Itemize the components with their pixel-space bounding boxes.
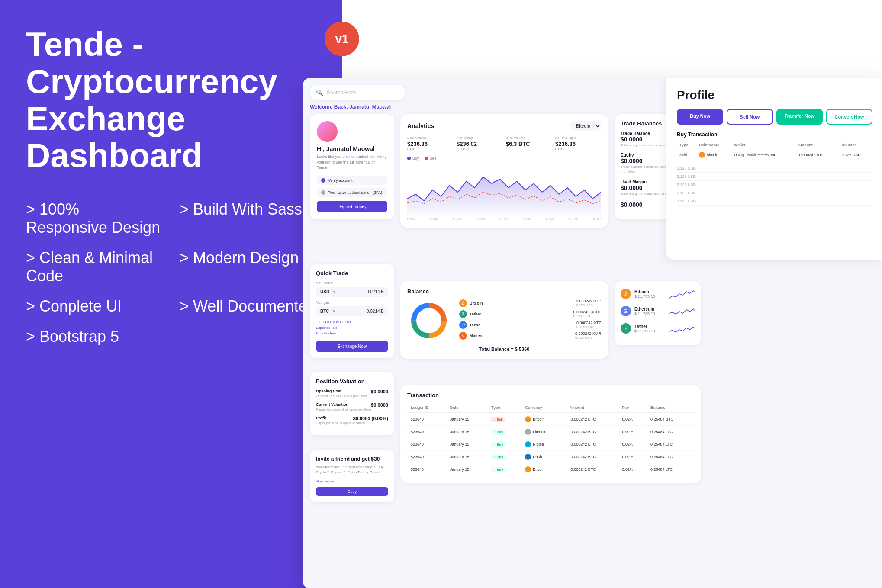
- monero-usd: 0.125 USD: [575, 336, 601, 340]
- table-row: 523640 January 15 ↓ Sell Bitcoin -0.0002…: [407, 413, 694, 426]
- fee: 0.02%: [618, 426, 647, 438]
- table-row: 523640 January 15 ↑ Buy Bitcoin -0.00024…: [407, 463, 694, 476]
- current-valuation-row: Current Valuation $0.0000 Paper valuatio…: [316, 402, 388, 411]
- col-ledger: Ledger ID: [407, 403, 447, 413]
- crypto-ethereum-info: Ethereum $ 11,785.10: [634, 307, 655, 316]
- get-currency[interactable]: BTC: [320, 309, 329, 314]
- stat-label-1: Marketcap: [457, 136, 502, 140]
- tether-mini-chart: [669, 322, 695, 335]
- row-amount: 3.125 USD: [677, 183, 696, 187]
- coin-selector[interactable]: Bitcoin: [571, 121, 601, 131]
- chart-date-1: 23 Nov: [429, 218, 438, 221]
- ledger-id: 523640: [407, 438, 447, 451]
- verify-account-btn[interactable]: Verify account: [317, 176, 387, 185]
- search-bar[interactable]: 🔍 Search Here: [310, 85, 405, 100]
- transaction-table: Ledger ID Date Type Currency Amount Fee …: [407, 403, 694, 476]
- balance: 0.25484 BTC: [647, 413, 694, 426]
- quick-trade-panel: Quick Trade You Send USD ▼ 0.0214 B You …: [310, 264, 394, 358]
- tether-icon: ₮: [459, 310, 467, 318]
- ledger-id: 523640: [407, 463, 447, 476]
- send-input[interactable]: USD ▼ 0.0214 B: [316, 287, 388, 297]
- search-placeholder: Search Here: [327, 90, 356, 96]
- tezos-usd: 0.125 USD: [576, 325, 601, 329]
- analytics-header: Analytics Bitcoin: [407, 121, 601, 131]
- exchange-info: 1 USD = 0.000088 BTC Expected rate No ex…: [316, 320, 388, 336]
- crypto-tether-icon: ₮: [621, 323, 631, 334]
- copy-btn[interactable]: Copy: [316, 487, 388, 496]
- search-icon: 🔍: [316, 89, 323, 96]
- donut-area: ₿ Bitcoin 0.000242 BTC 0.125 USD ₮ Tethe…: [407, 299, 601, 342]
- welcome-text: Welcome Back, Jannatul Maowal: [310, 104, 391, 110]
- sell-label: Sell: [430, 156, 436, 161]
- transfer-now-btn[interactable]: Transfer Now: [776, 109, 823, 125]
- table-row: 523640 January 15 ↑ Buy Dash -0.000242 B…: [407, 451, 694, 463]
- sell-now-btn[interactable]: Sell Now: [727, 109, 773, 125]
- chart-date-7: 11 Dec: [568, 218, 578, 221]
- feature-item: > Conplete UI: [26, 297, 162, 315]
- tezos-icon: Tz: [459, 321, 467, 329]
- fee: 0.02%: [618, 463, 647, 476]
- buy-now-btn[interactable]: Buy Now: [677, 109, 723, 125]
- stat-value-1: $236.02: [457, 141, 502, 147]
- chart-date-8: 14 Dec: [592, 218, 601, 221]
- profile-row-3: 3.125 USD: [677, 181, 872, 189]
- dash-icon: [525, 454, 531, 460]
- bitcoin-usd: 0.125 USD: [576, 303, 601, 307]
- stat-item-2: 24hr Volume $6.3 BTC: [506, 136, 552, 151]
- crypto-tether-name: Tether: [634, 324, 655, 329]
- crypto-ethereum-row: Ξ Ethereum $ 11,785.10: [621, 305, 695, 318]
- type: ↑ Buy: [488, 463, 521, 476]
- crypto-ethereum-price: $ 11,785.10: [634, 312, 655, 316]
- buy-toggle: Buy: [407, 156, 419, 161]
- amount: -0.000242 BTC: [566, 463, 619, 476]
- tether-amount: 0.000242 USDT: [573, 310, 601, 314]
- date: January 15: [447, 413, 488, 426]
- current-val-val: $0.0000: [371, 402, 388, 408]
- row-amount: 3.125 USD: [677, 166, 696, 170]
- legend-bitcoin-left: ₿ Bitcoin: [459, 299, 483, 307]
- buy-transaction-label: Buy Transaction: [677, 132, 872, 138]
- stat-value-3: $236.36: [555, 141, 601, 147]
- monero-icon: M: [459, 332, 467, 340]
- balance: 0.25484 LTC: [647, 438, 694, 451]
- monero-amount: 0.000242 XMR: [575, 331, 601, 336]
- table-row: 523640 January 15 ↑ Buy Ripple -0.000242…: [407, 438, 694, 451]
- invite-desc: You will receive up to $30 when they: 1.…: [316, 465, 388, 475]
- amount: -0.000242 BTC: [566, 413, 619, 426]
- type: ↓ Sell: [488, 413, 521, 426]
- profile-action-buttons: Buy Now Sell Now Transfer Now Convert No…: [677, 109, 872, 125]
- twofa-btn[interactable]: Two-factor authentication (2FA): [317, 188, 387, 197]
- amount: -0.000242 BTC: [566, 451, 619, 463]
- currency: Bitcoin: [521, 463, 566, 476]
- convert-now-btn[interactable]: Convert Now: [826, 109, 872, 125]
- btc-icon: [525, 466, 531, 472]
- tezos-name: Tezos: [470, 323, 480, 327]
- legend-bitcoin: ₿ Bitcoin 0.000242 BTC 0.125 USD: [459, 299, 601, 307]
- get-input[interactable]: BTC ▼ 0.0214 B: [316, 306, 388, 316]
- stat-sub-3: 8.00: [555, 147, 601, 151]
- profile-title: Profile: [677, 88, 872, 102]
- opening-cost-row: Opening Cost $0.0000 Original cost of al…: [316, 389, 388, 398]
- buy-transaction-table: Type Coin Name Wallet Amount Balance Sol…: [677, 141, 872, 161]
- exchange-now-btn[interactable]: Exchange Now: [316, 341, 388, 352]
- analytics-chart: [407, 164, 601, 216]
- bitcoin-name: Bitcoin: [470, 301, 483, 305]
- crypto-bitcoin-price: $ 11,785.10: [634, 294, 655, 299]
- sidebar-card: Hi, Jannatul Maowal Looks like you are n…: [310, 114, 394, 219]
- currency: Bitcoin: [521, 413, 566, 426]
- send-currency[interactable]: USD: [320, 289, 329, 294]
- bt-wallet: Using - Bank ******5264: [731, 149, 795, 161]
- deposit-btn[interactable]: Deposit money: [317, 201, 387, 212]
- chart-date-6: 08 Dec: [545, 218, 554, 221]
- feature-item: > Modern Design: [180, 249, 316, 285]
- opening-cost-desc: Original cost of all open positions: [316, 394, 388, 398]
- opening-cost-key: Opening Cost: [316, 389, 341, 394]
- verify-label: Verify account: [328, 178, 353, 183]
- current-val-key: Current Valuation: [316, 402, 348, 408]
- crypto-bitcoin-left: ₿ Bitcoin $ 11,785.10: [621, 289, 655, 299]
- table-row: Sold Bitcoin Using - Bank ******5264 -0.…: [677, 149, 872, 161]
- verify-dot: [321, 178, 325, 183]
- stat-sub-0: 8.00: [407, 147, 453, 151]
- chart-fill: [407, 177, 601, 216]
- features-grid: > 100% Responsive Design > Build With Sa…: [26, 200, 316, 346]
